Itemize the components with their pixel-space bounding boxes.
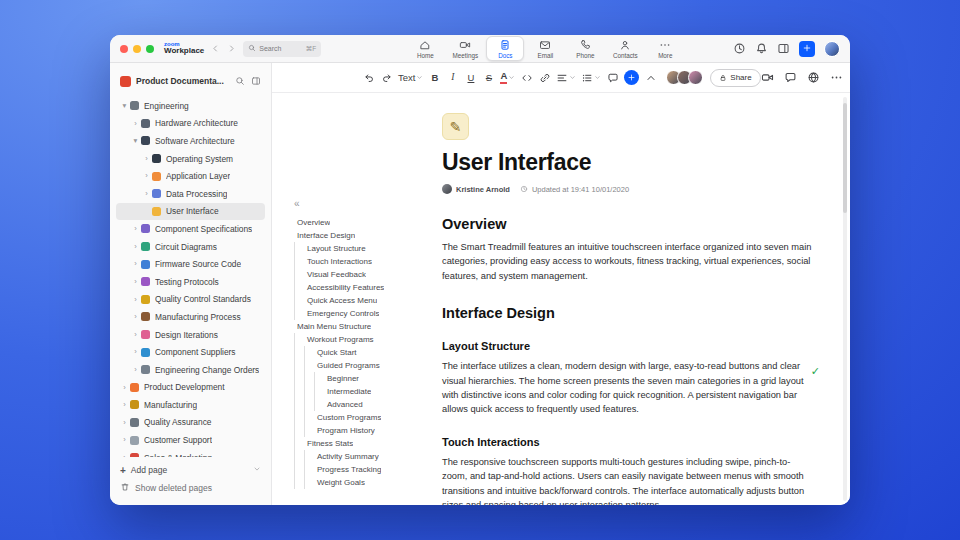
sidebar-item-operating-system[interactable]: ›Operating System (116, 150, 265, 168)
share-button[interactable]: Share (710, 69, 760, 87)
chevron-right-icon[interactable]: › (120, 436, 129, 444)
tab-home[interactable]: Home (406, 36, 444, 61)
sidebar-item-circuit-diagrams[interactable]: ›Circuit Diagrams (116, 238, 265, 256)
chevron-right-icon[interactable]: › (131, 243, 140, 251)
sidebar-search-icon[interactable] (235, 72, 245, 90)
new-item-button[interactable] (799, 41, 815, 57)
sidebar-item-component-suppliers[interactable]: ›Component Suppliers (116, 343, 265, 361)
outline-item-main-menu-structure[interactable]: Main Menu Structure (294, 320, 436, 333)
add-page-button[interactable]: + Add page (116, 461, 265, 479)
sidebar-item-hardware-architecture[interactable]: ›Hardware Architecture (116, 115, 265, 133)
outline-item-touch-interactions[interactable]: Touch Interactions (294, 255, 436, 268)
align-button[interactable] (554, 68, 578, 88)
chevron-right-icon[interactable]: › (131, 120, 140, 128)
workspace-title[interactable]: Product Documenta... (136, 76, 230, 86)
outline-item-quick-start[interactable]: Quick Start (294, 346, 436, 359)
tab-phone[interactable]: Phone (566, 36, 604, 61)
outline-item-interface-design[interactable]: Interface Design (294, 229, 436, 242)
link-button[interactable] (536, 68, 553, 88)
document[interactable]: ✎ User Interface Kristine Arnold Updated… (440, 93, 850, 505)
sidebar-item-product-development[interactable]: ›Product Development (116, 379, 265, 397)
chevron-right-icon[interactable]: › (131, 348, 140, 356)
text-color-button[interactable]: A (498, 68, 517, 88)
collapse-toolbar-button[interactable] (642, 68, 659, 88)
doc-emoji-icon[interactable]: ✎ (442, 113, 469, 140)
bold-button[interactable]: B (426, 68, 443, 88)
comment-icon[interactable] (784, 71, 797, 84)
maximize-window-button[interactable] (146, 45, 154, 53)
sidebar-item-quality-control-standards[interactable]: ›Quality Control Standards (116, 291, 265, 309)
outline-item-layout-structure[interactable]: Layout Structure (294, 242, 436, 255)
panel-icon[interactable] (777, 42, 790, 55)
outline-item-advanced[interactable]: Advanced (294, 398, 436, 411)
outline-item-program-history[interactable]: Program History (294, 424, 436, 437)
chevron-right-icon[interactable]: › (131, 331, 140, 339)
outline-item-visual-feedback[interactable]: Visual Feedback (294, 268, 436, 281)
sidebar-item-firmware-source-code[interactable]: ›Firmware Source Code (116, 255, 265, 273)
user-avatar[interactable] (824, 41, 840, 57)
chevron-right-icon[interactable]: › (131, 313, 140, 321)
sidebar-item-design-iterations[interactable]: ›Design Iterations (116, 326, 265, 344)
scrollbar-thumb[interactable] (843, 103, 847, 213)
chevron-right-icon[interactable]: › (120, 401, 129, 409)
minimize-window-button[interactable] (133, 45, 141, 53)
tab-contacts[interactable]: Contacts (606, 36, 644, 61)
chevron-down-icon[interactable]: ▾ (120, 102, 129, 110)
tab-meetings[interactable]: Meetings (446, 36, 484, 61)
chevron-right-icon[interactable]: › (142, 190, 151, 198)
tab-more[interactable]: More (646, 36, 684, 61)
sidebar-item-data-processing[interactable]: ›Data Processing (116, 185, 265, 203)
sidebar-item-engineering-change-orders[interactable]: ›Engineering Change Orders (116, 361, 265, 379)
sidebar-item-application-layer[interactable]: ›Application Layer (116, 167, 265, 185)
chevron-right-icon[interactable]: › (131, 225, 140, 233)
global-search-input[interactable]: Search ⌘F (243, 41, 321, 57)
show-deleted-pages-button[interactable]: Show deleted pages (116, 479, 265, 497)
collaborator-avatar-3[interactable] (688, 70, 703, 85)
chevron-right-icon[interactable]: › (131, 260, 140, 268)
chevron-down-icon[interactable]: ▾ (131, 137, 140, 145)
sidebar-item-software-architecture[interactable]: ▾Software Architecture (116, 132, 265, 150)
sidebar-item-sales-marketing[interactable]: ›Sales & Marketing (116, 449, 265, 457)
sidebar-item-manufacturing-process[interactable]: ›Manufacturing Process (116, 308, 265, 326)
sidebar-item-quality-assurance[interactable]: ›Quality Assurance (116, 414, 265, 432)
clock-icon[interactable] (733, 42, 746, 55)
comment-button[interactable] (604, 68, 621, 88)
text-style-button[interactable]: Text (396, 68, 425, 88)
outline-item-beginner[interactable]: Beginner (294, 372, 436, 385)
video-icon[interactable] (761, 71, 774, 84)
chevron-right-icon[interactable]: › (120, 419, 129, 427)
bell-icon[interactable] (755, 42, 768, 55)
chevron-right-icon[interactable]: › (142, 155, 151, 163)
tab-email[interactable]: Email (526, 36, 564, 61)
outline-item-emergency-controls[interactable]: Emergency Controls (294, 307, 436, 320)
outline-item-quick-access-menu[interactable]: Quick Access Menu (294, 294, 436, 307)
undo-button[interactable] (360, 68, 377, 88)
back-icon[interactable] (211, 44, 220, 53)
sidebar-item-manufacturing[interactable]: ›Manufacturing (116, 396, 265, 414)
sidebar-item-user-interface[interactable]: User Interface (116, 203, 265, 221)
forward-icon[interactable] (227, 44, 236, 53)
insert-button[interactable] (624, 70, 639, 85)
sidebar-item-engineering[interactable]: ▾Engineering (116, 97, 265, 115)
chevron-down-icon[interactable] (253, 465, 261, 475)
resolved-check-icon[interactable]: ✓ (811, 365, 820, 378)
italic-button[interactable]: I (444, 68, 461, 88)
underline-button[interactable]: U (462, 68, 479, 88)
outline-item-intermediate[interactable]: Intermediate (294, 385, 436, 398)
sidebar-item-testing-protocols[interactable]: ›Testing Protocols (116, 273, 265, 291)
code-button[interactable] (518, 68, 535, 88)
chevron-right-icon[interactable]: › (131, 296, 140, 304)
scrollbar-track[interactable] (843, 97, 847, 501)
outline-item-overview[interactable]: Overview (294, 216, 436, 229)
outline-item-activity-summary[interactable]: Activity Summary (294, 450, 436, 463)
outline-item-custom-programs[interactable]: Custom Programs (294, 411, 436, 424)
collapse-outline-icon[interactable]: « (294, 199, 300, 209)
outline-item-fitness-stats[interactable]: Fitness Stats (294, 437, 436, 450)
strikethrough-button[interactable]: S (480, 68, 497, 88)
outline-item-workout-programs[interactable]: Workout Programs (294, 333, 436, 346)
dots-icon[interactable] (830, 71, 843, 84)
outline-item-progress-tracking[interactable]: Progress Tracking (294, 463, 436, 476)
chevron-right-icon[interactable]: › (131, 278, 140, 286)
redo-button[interactable] (378, 68, 395, 88)
outline-item-accessibility-features[interactable]: Accessibility Features (294, 281, 436, 294)
